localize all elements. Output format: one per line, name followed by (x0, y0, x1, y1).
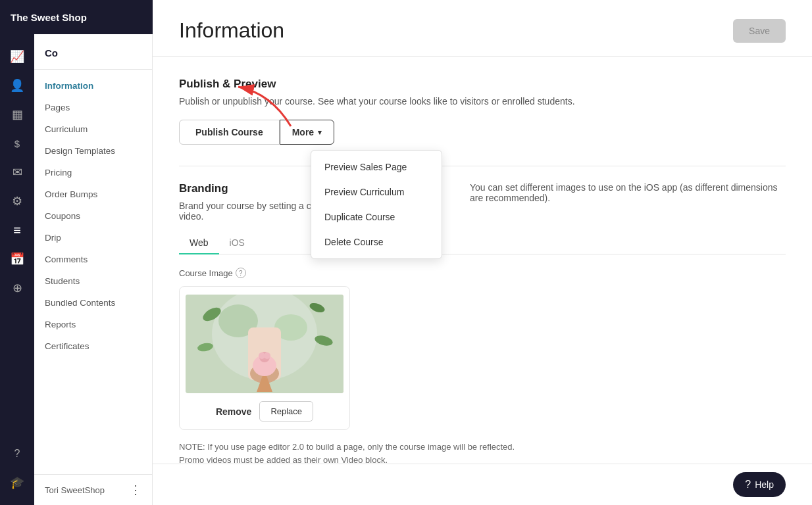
more-button[interactable]: More ▾ (280, 120, 334, 145)
section-divider (179, 166, 786, 166)
sidebar-item-curriculum[interactable]: Curriculum (34, 118, 152, 140)
dollar-icon[interactable]: $ (5, 132, 29, 155)
course-image-box: Remove Replace (179, 286, 350, 430)
branding-section: Branding Brand your course by setting a … (179, 182, 786, 464)
sidebar-nav: Information Pages Curriculum Design Temp… (34, 70, 152, 474)
main-header: Information Save (153, 0, 812, 57)
users-icon[interactable]: 👤 (5, 74, 29, 97)
layout-icon[interactable]: ▦ (5, 103, 29, 126)
main-footer: ? Help (153, 464, 812, 505)
mail-icon[interactable]: ✉ (5, 160, 29, 184)
sidebar-user-name: Tori SweetShop (45, 485, 105, 495)
sidebar-item-comments[interactable]: Comments (34, 249, 152, 270)
settings-icon[interactable]: ⚙ (5, 189, 29, 213)
remove-image-button[interactable]: Remove (216, 406, 251, 417)
tab-web[interactable]: Web (179, 232, 219, 254)
page-title: Information (179, 18, 284, 43)
help-button[interactable]: ? Help (733, 472, 786, 497)
branding-header: Branding Brand your course by setting a … (179, 182, 786, 222)
graduation-icon[interactable]: 🎓 (5, 471, 29, 494)
course-image-help-icon[interactable]: ? (236, 268, 246, 278)
sidebar-item-coupons[interactable]: Coupons (34, 205, 152, 227)
help-circle-icon[interactable]: ? (5, 442, 29, 466)
publish-preview-title: Publish & Preview (179, 78, 786, 91)
branding-extra-desc: You can set different images to use on t… (470, 182, 786, 203)
publish-preview-section: Publish & Preview Publish or unpublish y… (179, 78, 786, 145)
app-brand-bar: The Sweet Shop (0, 0, 153, 34)
main-content: Information Save Publish & Preview Publi… (153, 0, 812, 505)
sidebar-item-drip[interactable]: Drip (34, 227, 152, 249)
chevron-down-icon: ▾ (318, 128, 322, 137)
dropdown-menu: Preview Sales Page Preview Curriculum Du… (311, 150, 442, 259)
publish-btn-group: Publish Course More ▾ Preview Sales Page… (179, 120, 786, 145)
main-body: Publish & Preview Publish or unpublish y… (153, 57, 812, 464)
calendar-icon[interactable]: 📅 (5, 247, 29, 271)
replace-image-button[interactable]: Replace (259, 401, 313, 421)
dropdown-item-duplicate-course[interactable]: Duplicate Course (311, 204, 442, 229)
save-button[interactable]: Save (733, 19, 786, 43)
note-text: NOTE: If you use page editor 2.0 to buil… (179, 441, 574, 464)
integrations-icon[interactable]: ⊕ (5, 276, 29, 300)
sidebar-item-order-bumps[interactable]: Order Bumps (34, 183, 152, 205)
more-button-label: More (292, 127, 314, 137)
sidebar-item-pages[interactable]: Pages (34, 97, 152, 118)
app-title: The Sweet Shop (11, 12, 87, 23)
sidebar-item-information[interactable]: Information (34, 75, 152, 97)
image-actions: Remove Replace (216, 401, 313, 421)
help-circle-icon: ? (745, 479, 751, 491)
sidebar: Co Information Pages Curriculum Design T… (34, 34, 153, 505)
course-image-preview (186, 295, 343, 393)
publish-preview-desc: Publish or unpublish your course. See wh… (179, 96, 786, 107)
dropdown-item-delete-course[interactable]: Delete Course (311, 229, 442, 254)
sidebar-item-bundled-contents[interactable]: Bundled Contents (34, 292, 152, 314)
courses-icon[interactable]: ≡ (5, 218, 29, 242)
sidebar-menu-dots[interactable]: ⋮ (130, 483, 141, 497)
sidebar-item-pricing[interactable]: Pricing (34, 162, 152, 183)
tab-ios[interactable]: iOS (219, 232, 255, 254)
image-tab-bar: Web iOS (179, 232, 786, 254)
course-image-svg (186, 295, 343, 393)
sidebar-item-reports[interactable]: Reports (34, 314, 152, 335)
nav-rail: 📈 👤 ▦ $ ✉ ⚙ ≡ 📅 ⊕ ? 🎓 (0, 34, 34, 505)
dropdown-item-preview-sales[interactable]: Preview Sales Page (311, 155, 442, 180)
sidebar-header: Co (34, 34, 152, 70)
sidebar-item-certificates[interactable]: Certificates (34, 335, 152, 357)
course-image-label: Course Image ? (179, 268, 786, 278)
sidebar-item-students[interactable]: Students (34, 270, 152, 292)
svg-point-11 (264, 352, 270, 359)
sidebar-item-design-templates[interactable]: Design Templates (34, 140, 152, 162)
sidebar-footer: Tori SweetShop ⋮ (34, 474, 152, 505)
dropdown-item-preview-curriculum[interactable]: Preview Curriculum (311, 180, 442, 204)
analytics-icon[interactable]: 📈 (5, 45, 29, 68)
publish-course-button[interactable]: Publish Course (179, 120, 280, 145)
